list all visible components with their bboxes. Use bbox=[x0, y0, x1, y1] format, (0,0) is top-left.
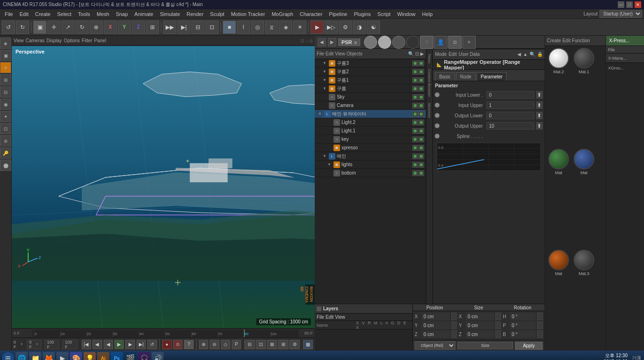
size-y-input[interactable] bbox=[466, 322, 494, 329]
rot-p-spinner[interactable] bbox=[537, 322, 543, 329]
menu-create[interactable]: Create bbox=[32, 10, 53, 18]
rot-h-input[interactable] bbox=[510, 313, 536, 320]
pos-y-input[interactable] bbox=[422, 322, 450, 329]
pos-x-input[interactable] bbox=[422, 313, 450, 320]
obj-checkbox[interactable] bbox=[418, 94, 424, 100]
anim-btn2[interactable]: ▶| bbox=[177, 21, 190, 34]
menu-mesh[interactable]: Mesh bbox=[94, 10, 112, 18]
attr-tab-basic[interactable]: Basic bbox=[435, 72, 455, 81]
attr-edit[interactable]: Edit bbox=[448, 52, 456, 57]
attr-tab-node[interactable]: Node bbox=[456, 72, 476, 81]
object-list-item[interactable]: ▼▣구름2 bbox=[315, 68, 426, 76]
material-item-mat3[interactable]: Mat.3 bbox=[572, 250, 596, 349]
object-list-item[interactable]: ▼▣구름3 bbox=[315, 59, 426, 68]
menu-tools[interactable]: Tools bbox=[75, 10, 93, 18]
vp-toolbar-cameras[interactable]: Cameras bbox=[26, 38, 45, 43]
anim-btn1[interactable]: ▶▶ bbox=[163, 21, 176, 34]
objects-view[interactable]: View bbox=[335, 51, 345, 56]
render-btn5[interactable]: ☯ bbox=[367, 21, 380, 34]
menu-edit[interactable]: Edit bbox=[17, 10, 31, 18]
attr-spinner-input-upper[interactable]: ⬆ bbox=[536, 101, 543, 109]
xpress-file[interactable]: File bbox=[608, 47, 615, 52]
motion-clip5[interactable]: ⚙ bbox=[289, 340, 300, 349]
menu-pipeline[interactable]: Pipeline bbox=[326, 10, 350, 18]
attr-search[interactable]: 🔍 bbox=[530, 52, 535, 57]
menu-simulate[interactable]: Simulate bbox=[157, 10, 183, 18]
attr-spinner-input-lower[interactable]: ⬆ bbox=[536, 91, 543, 99]
attr-mode[interactable]: Mode bbox=[435, 52, 447, 57]
object-list-item[interactable]: ○Light.1 bbox=[315, 127, 426, 135]
rotate-tool[interactable]: ↻ bbox=[76, 21, 89, 34]
start-button[interactable]: ⊞ bbox=[2, 352, 14, 360]
menu-file[interactable]: File bbox=[2, 10, 16, 18]
taskbar-browser[interactable]: 🌐 bbox=[15, 352, 28, 360]
size-mode-button[interactable]: Size bbox=[457, 342, 513, 349]
obj-expand-icon[interactable]: ▼ bbox=[327, 162, 332, 167]
object-list-item[interactable]: ▼L메인 유저데이터 bbox=[315, 110, 426, 118]
object-mode-select[interactable]: Object (Rel) bbox=[415, 341, 455, 350]
prev-frame-button[interactable]: ◀ bbox=[92, 340, 102, 349]
taskbar-illustrator[interactable]: Ai bbox=[97, 352, 109, 360]
size-x-input[interactable] bbox=[466, 313, 494, 320]
mat-edit[interactable]: Edit bbox=[562, 38, 570, 43]
minimize-button[interactable]: — bbox=[618, 1, 624, 8]
objects-file[interactable]: File bbox=[317, 51, 324, 56]
select-tool[interactable]: ▣ bbox=[33, 21, 46, 34]
pos-z-spinner[interactable] bbox=[451, 330, 457, 338]
vp-toolbar-options[interactable]: Options bbox=[64, 38, 80, 43]
layers-view[interactable]: View bbox=[335, 314, 345, 320]
goto-start-button[interactable]: |◀ bbox=[82, 340, 91, 349]
x-axis[interactable]: X bbox=[104, 21, 117, 34]
sidebar-icon7[interactable]: ✦ bbox=[0, 111, 11, 122]
timeline-track[interactable]: 0 10 20 30 40 50 60 70 80 10x bbox=[32, 329, 299, 337]
pos-z-input[interactable] bbox=[422, 330, 450, 338]
material-item-mat-orange[interactable]: Mat bbox=[547, 250, 570, 349]
sidebar-icon8[interactable]: ⊡ bbox=[0, 123, 11, 134]
taskbar-firefox[interactable]: 🦊 bbox=[43, 352, 55, 360]
objects-list[interactable]: ▼▣구름3▼▣구름2▼▣구름1▼▣구름○Sky○Camera▼L메인 유저데이터… bbox=[315, 59, 426, 304]
shape-light[interactable]: ☀ bbox=[293, 21, 306, 34]
object-list-item[interactable]: ○Sky bbox=[315, 93, 426, 101]
menu-plugins[interactable]: Plugins bbox=[351, 10, 373, 18]
attr-tab-parameter[interactable]: Parameter bbox=[477, 72, 507, 81]
obj-checkbox[interactable] bbox=[412, 94, 418, 100]
obj-expand-icon[interactable]: ▼ bbox=[318, 112, 323, 116]
taskbar-photoshop[interactable]: Ps bbox=[111, 352, 123, 360]
sidebar-move-icon[interactable]: ◈ bbox=[0, 38, 11, 49]
menu-help[interactable]: Help bbox=[419, 10, 436, 18]
viewport[interactable]: Z Y X Perspective Grid Spacing : 1000 cm… bbox=[12, 46, 315, 328]
vp-toolbar-view[interactable]: View bbox=[14, 38, 24, 43]
sidebar-icon5[interactable]: ⊟ bbox=[0, 86, 11, 98]
mat-create[interactable]: Create bbox=[547, 38, 561, 43]
obj-checkbox[interactable] bbox=[412, 137, 418, 142]
object-list-item[interactable]: ▼▣구름1 bbox=[315, 76, 426, 84]
taskbar-c4d[interactable]: 💡 bbox=[83, 352, 96, 360]
psr-forward-button[interactable]: ▶ bbox=[328, 38, 336, 46]
object-list-item[interactable]: ○key bbox=[315, 135, 426, 144]
size-z-spinner[interactable] bbox=[495, 330, 501, 338]
goto-end-button[interactable]: ▶| bbox=[136, 340, 146, 349]
menu-select[interactable]: Select bbox=[54, 10, 75, 18]
object-list-item[interactable]: ○Camera bbox=[315, 101, 426, 110]
shape-cube[interactable]: ■ bbox=[223, 21, 236, 34]
xpress-group-item[interactable]: XGrou... bbox=[608, 65, 642, 71]
obj-checkbox[interactable] bbox=[412, 153, 418, 159]
rot-h-spinner[interactable] bbox=[537, 313, 543, 320]
undo-button[interactable]: ↺ bbox=[2, 21, 15, 34]
psr-back-button[interactable]: ◀ bbox=[318, 38, 326, 46]
menu-animate[interactable]: Animate bbox=[132, 10, 156, 18]
move-tool[interactable]: ✛ bbox=[47, 21, 61, 34]
shape-deform[interactable]: ⧖ bbox=[265, 21, 278, 34]
sidebar-select-icon[interactable]: ▣ bbox=[0, 50, 11, 61]
obj-checkbox[interactable] bbox=[418, 103, 424, 108]
obj-checkbox[interactable] bbox=[412, 86, 418, 92]
record-button[interactable]: ● bbox=[162, 340, 172, 349]
apply-button[interactable]: Apply bbox=[515, 342, 543, 350]
vp-toolbar-display[interactable]: Display bbox=[46, 38, 62, 43]
menu-motion-tracker[interactable]: Motion Tracker bbox=[228, 10, 268, 18]
obj-checkbox[interactable] bbox=[418, 61, 424, 66]
menu-snap[interactable]: Snap bbox=[113, 10, 131, 18]
menu-character[interactable]: Character bbox=[297, 10, 325, 18]
object-list-item[interactable]: ▼L메인 bbox=[315, 152, 426, 161]
object-list-item[interactable]: ▣xpresso bbox=[315, 144, 426, 152]
